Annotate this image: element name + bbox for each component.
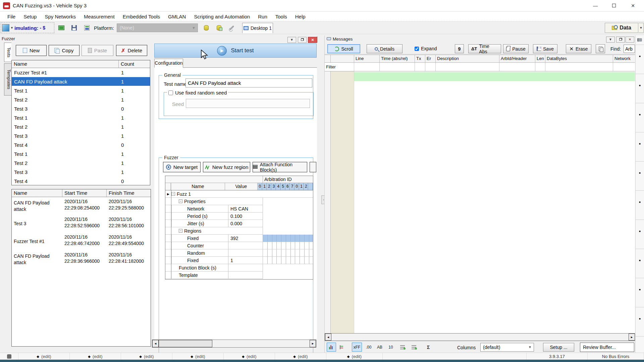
columns-select[interactable]: (default) ▼ — [480, 343, 534, 352]
new-message-row[interactable] — [354, 72, 635, 81]
hex-display-button[interactable]: xFF — [352, 343, 362, 352]
filter-input-cell[interactable] — [354, 63, 380, 71]
tab-tests[interactable]: Tests — [4, 43, 11, 62]
table-row[interactable]: Test 11 — [12, 86, 150, 95]
data-dropdown-button[interactable]: ▼ — [639, 23, 644, 33]
messages-body[interactable] — [325, 71, 635, 333]
col-len[interactable]: Len — [535, 55, 545, 62]
menu-embedded-tools[interactable]: Embedded Tools — [119, 13, 164, 20]
graph-view-button[interactable] — [327, 343, 336, 352]
config-close-button[interactable]: ✕ — [308, 37, 317, 43]
paste-test-button[interactable]: Paste — [82, 45, 113, 56]
review-buffer-button[interactable]: Review Buffer... — [580, 343, 634, 352]
grid-row-fuzz1[interactable]: ▶ −Fuzz 1 — [165, 190, 313, 198]
col-time[interactable]: Time (abs/rel) — [380, 55, 415, 62]
details-button[interactable]: Details — [367, 44, 402, 53]
filter-input-cell[interactable] — [380, 63, 415, 71]
start-test-button[interactable]: ▶ Start test — [154, 44, 317, 58]
database-add-button[interactable] — [214, 23, 224, 33]
capture-icon[interactable] — [636, 36, 644, 45]
tools-button[interactable] — [227, 23, 237, 33]
scroll-right-icon[interactable]: ► — [310, 340, 316, 347]
grid-col-name[interactable]: Name — [171, 183, 225, 190]
grid-row-template[interactable]: Template — [165, 272, 313, 279]
attach-function-blocks-button[interactable]: Attach Function Block(s) — [253, 162, 307, 172]
table-row[interactable]: Fuzzer Test #11 — [12, 68, 150, 77]
scroll-left-icon[interactable]: ◄ — [325, 334, 331, 341]
table-row[interactable]: Test 31 — [12, 131, 150, 140]
table-row[interactable]: Test 30 — [12, 104, 150, 113]
col-tx[interactable]: Tx — [415, 55, 425, 62]
clipped-button[interactable] — [310, 162, 316, 172]
scrollbar-thumb[interactable] — [159, 340, 212, 347]
dock-marker[interactable]: ● — [636, 249, 644, 278]
save-messages-button[interactable]: Save — [533, 44, 557, 53]
dock-marker[interactable]: ● — [636, 191, 644, 220]
filter-input-cell[interactable] — [545, 63, 613, 71]
time-abs-button[interactable]: ΔT Time Abs — [468, 44, 501, 53]
grid-row-network[interactable]: Network HS CAN — [165, 205, 313, 213]
filter-input-cell[interactable] — [613, 63, 635, 71]
close-button[interactable]: ✕ — [628, 1, 638, 10]
table-row[interactable]: Test 31 — [12, 168, 150, 177]
scroll-button[interactable]: Scroll — [327, 44, 360, 53]
menu-measurement[interactable]: Measurement — [80, 13, 119, 20]
messages-close-button[interactable]: ✕ — [626, 37, 634, 43]
hist-col-finish[interactable]: Finish Time — [107, 189, 151, 197]
grid-row-fixed-392[interactable]: Fixed 392 — [165, 235, 313, 242]
new-fuzz-region-button[interactable]: New fuzz region — [203, 162, 250, 172]
export-button[interactable] — [596, 44, 605, 53]
col-arbid[interactable]: ArbId/Header — [499, 55, 535, 62]
collapse-icon[interactable]: − — [179, 229, 182, 233]
dock-marker[interactable]: ● — [636, 307, 644, 337]
signal-list-button[interactable] — [398, 343, 407, 352]
grid-row-period[interactable]: Period (s) 0.100 — [165, 213, 313, 220]
menu-file[interactable]: File — [3, 13, 19, 20]
statistics-button[interactable]: Σ — [424, 343, 433, 352]
config-collapse-button[interactable]: ▼ — [287, 37, 296, 43]
signal-list-alt-button[interactable] — [409, 343, 419, 352]
table-row[interactable]: CAN FD Payload attack 2020/11/1622:28:36… — [12, 250, 151, 268]
tab-templates[interactable]: Templates — [4, 63, 11, 96]
hist-col-start[interactable]: Start Time — [62, 189, 107, 197]
copy-test-button[interactable]: Copy — [49, 45, 79, 56]
menu-tools[interactable]: Tools — [271, 13, 291, 20]
grid-row-function-block[interactable]: Function Block (s) — [165, 264, 313, 272]
col-description[interactable]: Description — [436, 55, 499, 62]
bit-cells[interactable] — [263, 249, 313, 257]
erase-button[interactable]: ✕ Erase — [566, 44, 591, 53]
tree-view-button[interactable] — [337, 343, 347, 352]
grid-row-properties[interactable]: −Properties — [165, 198, 313, 205]
bit-cells[interactable] — [263, 242, 313, 249]
col-line[interactable]: Line — [354, 55, 380, 62]
pause-button[interactable]: Pause — [503, 44, 529, 53]
maximize-button[interactable] — [609, 1, 619, 10]
database-button[interactable] — [201, 23, 211, 33]
find-input[interactable] — [624, 45, 635, 53]
col-er[interactable]: Er — [425, 55, 436, 62]
dock-marker[interactable]: ● — [636, 278, 644, 307]
fixed-seed-checkbox[interactable] — [168, 90, 173, 95]
config-restore-button[interactable] — [298, 37, 307, 43]
bit-cells-filled[interactable] — [263, 235, 313, 242]
tab-configuration[interactable]: Configuration — [154, 59, 183, 68]
simulation-mode-icon[interactable] — [2, 24, 9, 32]
data-button[interactable]: Data — [605, 23, 638, 33]
filter-input-cell[interactable] — [436, 63, 499, 71]
menu-scripting[interactable]: Scripting and Automation — [190, 13, 254, 20]
table-row[interactable]: Test 3 2020/11/1622:28:52:596000 2020/11… — [12, 215, 151, 233]
tests-col-name[interactable]: Name — [12, 60, 119, 68]
grid-row-regions[interactable]: −Regions — [165, 227, 313, 235]
bit-cells[interactable] — [263, 257, 313, 264]
delete-test-button[interactable]: ✗ Delete — [116, 45, 147, 56]
table-row[interactable]: Fuzzer Test #1 2020/11/1622:28:46:742000… — [12, 233, 151, 250]
table-row[interactable]: Test 40 — [12, 177, 150, 186]
mode-label[interactable]: imulating: — [14, 25, 39, 31]
logging-button[interactable] — [82, 23, 92, 33]
new-test-button[interactable]: New — [16, 45, 47, 56]
menu-spy-networks[interactable]: Spy Networks — [41, 13, 80, 20]
grid-row-fixed-1[interactable]: Fixed 1 — [165, 257, 313, 264]
test-name-input[interactable] — [185, 78, 312, 87]
binary-display-button[interactable]: 10 — [386, 343, 395, 352]
minimize-button[interactable]: — — [590, 1, 600, 10]
